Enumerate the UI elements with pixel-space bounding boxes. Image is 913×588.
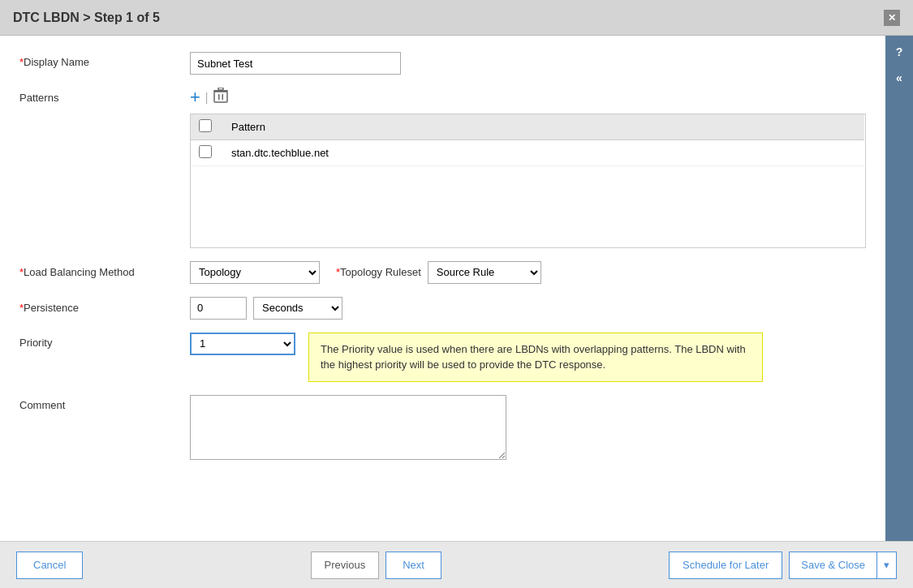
next-button[interactable]: Next (385, 552, 441, 579)
topology-ruleset-label: *Topology Ruleset (336, 266, 421, 278)
footer: Cancel Previous Next Schedule for Later … (0, 541, 913, 588)
patterns-label: Patterns (19, 92, 190, 104)
trash-icon (213, 88, 228, 104)
load-balancing-row: *Load Balancing Method Topology Round Ro… (19, 261, 866, 284)
schedule-button[interactable]: Schedule for Later (669, 552, 782, 579)
svg-rect-0 (214, 92, 227, 102)
persistence-controls: Seconds Minutes Hours (190, 297, 342, 320)
comment-label: Comment (19, 395, 190, 411)
patterns-header-row: Patterns + | (19, 88, 866, 107)
page-title: DTC LBDN > Step 1 of 5 (13, 11, 160, 25)
select-all-checkbox[interactable] (199, 119, 212, 132)
form-area: *Display Name Patterns + | (0, 36, 885, 541)
svg-rect-2 (222, 94, 223, 100)
side-panel: ? « (885, 36, 913, 541)
svg-rect-4 (218, 88, 223, 90)
previous-button[interactable]: Previous (311, 552, 380, 579)
row-pattern-value: stan.dtc.techblue.net (223, 140, 864, 166)
patterns-table: Pattern stan.dtc.techblue.net (191, 114, 864, 247)
patterns-table-wrapper: Pattern stan.dtc.techblue.net (190, 114, 866, 248)
close-button[interactable]: ✕ (884, 10, 900, 26)
action-separator: | (205, 91, 209, 104)
footer-left: Cancel (16, 552, 83, 579)
pattern-column-header: Pattern (223, 114, 864, 140)
comment-textarea[interactable] (190, 395, 506, 460)
empty-cell (191, 166, 864, 247)
save-close-arrow-button[interactable]: ▾ (876, 552, 897, 579)
priority-tooltip: The Priority value is used when there ar… (308, 333, 763, 382)
display-name-input[interactable] (190, 52, 401, 75)
persistence-unit-select[interactable]: Seconds Minutes Hours (253, 297, 342, 320)
footer-center: Previous Next (311, 552, 441, 579)
main-content: *Display Name Patterns + | (0, 36, 913, 541)
load-balancing-label: *Load Balancing Method (19, 266, 190, 278)
load-balancing-select[interactable]: Topology Round Robin Ratio Global Availa… (190, 261, 320, 284)
table-row: stan.dtc.techblue.net (191, 140, 864, 166)
comment-row: Comment (19, 395, 866, 460)
delete-pattern-button[interactable] (213, 88, 228, 107)
display-name-control (190, 52, 866, 75)
priority-row: Priority 1 2 3 4 5 The Priority value is… (19, 333, 866, 382)
load-balancing-controls: Topology Round Robin Ratio Global Availa… (190, 261, 541, 284)
patterns-actions: + | (190, 88, 228, 107)
save-close-group: Save & Close ▾ (789, 552, 897, 579)
svg-rect-1 (218, 94, 220, 100)
help-button[interactable]: ? (888, 41, 911, 63)
row-checkbox[interactable] (199, 145, 212, 158)
priority-label: Priority (19, 333, 190, 349)
add-pattern-button[interactable]: + (190, 88, 200, 106)
dialog-header: DTC LBDN > Step 1 of 5 ✕ (0, 0, 913, 36)
persistence-row: *Persistence Seconds Minutes Hours (19, 297, 866, 320)
display-name-row: *Display Name (19, 52, 866, 75)
priority-controls: 1 2 3 4 5 The Priority value is used whe… (190, 333, 763, 382)
collapse-button[interactable]: « (888, 67, 911, 89)
cancel-button[interactable]: Cancel (16, 552, 83, 579)
display-name-label: *Display Name (19, 52, 190, 68)
persistence-label: *Persistence (19, 302, 190, 314)
topology-ruleset-select[interactable]: Source Rule Option 2 (428, 261, 541, 284)
row-checkbox-cell (191, 140, 223, 166)
topology-ruleset-group: *Topology Ruleset Source Rule Option 2 (336, 261, 541, 284)
empty-row (191, 166, 864, 247)
priority-select[interactable]: 1 2 3 4 5 (190, 333, 295, 355)
table-header-row: Pattern (191, 114, 864, 140)
checkbox-header (191, 114, 223, 140)
save-close-button[interactable]: Save & Close (789, 552, 876, 579)
footer-right: Schedule for Later Save & Close ▾ (669, 552, 897, 579)
persistence-input[interactable] (190, 297, 247, 320)
